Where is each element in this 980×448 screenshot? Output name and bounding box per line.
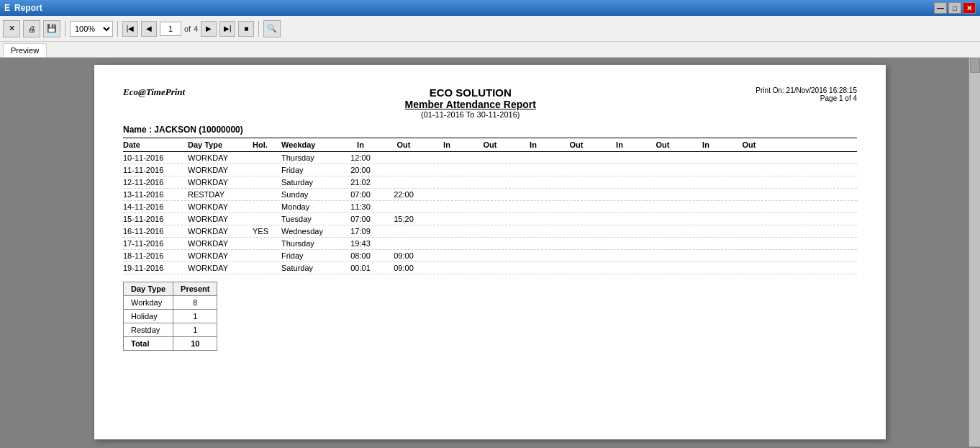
window-title: Report bbox=[14, 3, 934, 13]
cell-in1: 17:09 bbox=[339, 227, 382, 236]
cell-in4 bbox=[598, 202, 641, 211]
report-date-range: (01-11-2016 To 30-11-2016) bbox=[405, 110, 536, 119]
report-print-on: Print On: 21/Nov/2016 16:28:15 bbox=[756, 86, 857, 94]
summary-total-value: 10 bbox=[173, 337, 217, 351]
vertical-scrollbar[interactable] bbox=[968, 58, 980, 447]
cell-out3 bbox=[555, 251, 598, 260]
cell-out2 bbox=[468, 264, 512, 272]
cell-daytype: RESTDAY bbox=[188, 190, 253, 199]
cell-in5 bbox=[684, 251, 727, 260]
cell-date: 16-11-2016 bbox=[123, 227, 188, 236]
maximize-button[interactable]: □ bbox=[948, 2, 961, 14]
cell-in2 bbox=[425, 178, 468, 187]
close-button[interactable]: ✕ bbox=[963, 2, 976, 14]
close-report-button[interactable]: ✕ bbox=[3, 20, 20, 37]
cell-in1: 07:00 bbox=[339, 190, 382, 199]
cell-hol bbox=[253, 251, 281, 260]
first-page-button[interactable]: |◀ bbox=[122, 21, 138, 37]
next-page-button[interactable]: ▶ bbox=[201, 21, 217, 37]
cell-in3 bbox=[512, 202, 555, 211]
cell-in4 bbox=[598, 264, 641, 272]
cell-out2 bbox=[468, 190, 512, 199]
cell-out5 bbox=[727, 227, 771, 236]
summary-row: Workday 8 bbox=[124, 296, 217, 310]
tab-preview[interactable]: Preview bbox=[3, 43, 47, 57]
cell-in2 bbox=[425, 153, 468, 162]
cell-out2 bbox=[468, 178, 512, 187]
summary-cell-present: 8 bbox=[173, 296, 217, 310]
cell-in3 bbox=[512, 190, 555, 199]
cell-out1 bbox=[382, 178, 425, 187]
cell-date: 13-11-2016 bbox=[123, 190, 188, 199]
cell-out5 bbox=[727, 251, 771, 260]
save-button[interactable]: 💾 bbox=[43, 20, 60, 37]
toolbar: ✕ 🖨 💾 100% 75% 50% 150% |◀ ◀ of 4 ▶ ▶| ■… bbox=[0, 16, 980, 42]
cell-daytype: WORKDAY bbox=[188, 178, 253, 187]
cell-in5 bbox=[684, 153, 727, 162]
cell-out5 bbox=[727, 190, 771, 199]
cell-out4 bbox=[641, 166, 684, 174]
separator-3 bbox=[258, 21, 259, 37]
cell-out4 bbox=[641, 215, 684, 223]
cell-out3 bbox=[555, 190, 598, 199]
cell-in5 bbox=[684, 215, 727, 223]
cell-hol bbox=[253, 264, 281, 272]
report-header: Eco@TimePrint ECO SOLUTION Member Attend… bbox=[123, 86, 857, 119]
cell-in1: 12:00 bbox=[339, 153, 382, 162]
cell-in5 bbox=[684, 202, 727, 211]
cell-daytype: WORKDAY bbox=[188, 239, 253, 248]
cell-weekday: Friday bbox=[281, 166, 339, 174]
stop-button[interactable]: ■ bbox=[238, 21, 254, 37]
cell-out2 bbox=[468, 153, 512, 162]
scrollbar-thumb[interactable] bbox=[970, 58, 980, 73]
report-meta: Print On: 21/Nov/2016 16:28:15 Page 1 of… bbox=[756, 86, 857, 102]
cell-hol: YES bbox=[253, 227, 281, 236]
summary-cell-present: 1 bbox=[173, 310, 217, 323]
cell-date: 12-11-2016 bbox=[123, 178, 188, 187]
cell-out1 bbox=[382, 227, 425, 236]
minimize-button[interactable]: — bbox=[934, 2, 947, 14]
cell-out3 bbox=[555, 227, 598, 236]
cell-in5 bbox=[684, 178, 727, 187]
cell-in2 bbox=[425, 251, 468, 260]
cell-out4 bbox=[641, 227, 684, 236]
table-row: 18-11-2016 WORKDAY Friday 08:00 09:00 bbox=[123, 250, 857, 262]
prev-page-button[interactable]: ◀ bbox=[141, 21, 157, 37]
report-title-center: ECO SOLUTION Member Attendance Report (0… bbox=[405, 86, 536, 119]
col-header-in1: In bbox=[339, 140, 382, 149]
cell-weekday: Tuesday bbox=[281, 215, 339, 223]
cell-out3 bbox=[555, 202, 598, 211]
col-header-in4: In bbox=[598, 140, 641, 149]
page-of-label: of bbox=[184, 24, 191, 33]
table-row: 12-11-2016 WORKDAY Saturday 21:02 bbox=[123, 176, 857, 189]
member-name: Name : JACKSON (10000000) bbox=[123, 125, 857, 135]
report-page-info: Page 1 of 4 bbox=[756, 94, 857, 102]
cell-weekday: Thursday bbox=[281, 239, 339, 248]
summary-row: Restday 1 bbox=[124, 323, 217, 337]
search-button[interactable]: 🔍 bbox=[263, 20, 281, 37]
zoom-select[interactable]: 100% 75% 50% 150% bbox=[70, 21, 113, 37]
table-row: 17-11-2016 WORKDAY Thursday 19:43 bbox=[123, 238, 857, 250]
cell-out5 bbox=[727, 215, 771, 223]
cell-out2 bbox=[468, 202, 512, 211]
cell-in2 bbox=[425, 202, 468, 211]
cell-in2 bbox=[425, 166, 468, 174]
summary-cell-daytype: Workday bbox=[124, 296, 173, 310]
cell-in4 bbox=[598, 227, 641, 236]
print-button[interactable]: 🖨 bbox=[23, 20, 40, 37]
cell-hol bbox=[253, 215, 281, 223]
main-area: Eco@TimePrint ECO SOLUTION Member Attend… bbox=[0, 58, 980, 447]
summary-col-present: Present bbox=[173, 282, 217, 296]
cell-in1: 08:00 bbox=[339, 251, 382, 260]
title-bar: E Report — □ ✕ bbox=[0, 0, 980, 16]
cell-in1: 20:00 bbox=[339, 166, 382, 174]
last-page-button[interactable]: ▶| bbox=[219, 21, 235, 37]
cell-out5 bbox=[727, 178, 771, 187]
cell-out3 bbox=[555, 215, 598, 223]
cell-in2 bbox=[425, 239, 468, 248]
table-header: Date Day Type Hol. Weekday In Out In Out… bbox=[123, 138, 857, 152]
col-header-in5: In bbox=[684, 140, 727, 149]
page-number-input[interactable] bbox=[160, 22, 181, 36]
summary-cell-present: 1 bbox=[173, 323, 217, 337]
cell-hol bbox=[253, 202, 281, 211]
